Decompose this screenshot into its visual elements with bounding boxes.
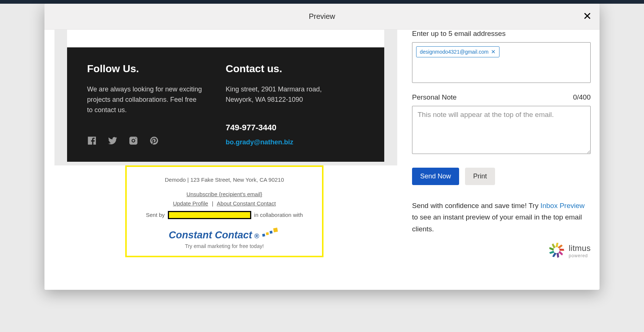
send-test-form: Enter up to 5 email addresses designmodo… (401, 30, 600, 290)
svg-rect-0 (262, 234, 265, 237)
email-white-top (67, 30, 384, 47)
email-preview-pane[interactable]: Follow Us. We are always looking for new… (44, 30, 401, 290)
litmus-sub: powered (569, 253, 591, 258)
modal-header: Preview (44, 4, 600, 30)
personal-note-textarea[interactable] (412, 106, 591, 154)
about-constant-contact-link[interactable]: About Constant Contact (217, 200, 276, 207)
footer-contact-col: Contact us. King street, 2901 Marmara ro… (226, 63, 364, 147)
close-icon[interactable] (583, 12, 591, 21)
social-row (87, 136, 226, 147)
email-addresses-label: Enter up to 5 email addresses (412, 30, 591, 38)
preview-modal: Preview Follow Us. We are always looking… (44, 4, 600, 290)
svg-rect-1 (266, 232, 269, 235)
registered-mark: ® (254, 232, 259, 240)
chip-remove-icon[interactable]: ✕ (491, 48, 496, 55)
litmus-text: litmus powered (569, 244, 591, 258)
update-profile-link[interactable]: Update Profile (173, 200, 208, 207)
follow-heading: Follow Us. (87, 63, 226, 75)
note-label-row: Personal Note 0/400 (412, 93, 591, 101)
promo-text-2: to see an instant preview of your email … (412, 213, 582, 232)
send-now-button[interactable]: Send Now (412, 168, 459, 185)
pinterest-icon[interactable] (149, 136, 159, 147)
redacted-sender (168, 211, 251, 219)
svg-rect-2 (269, 231, 272, 234)
cc-try-text[interactable]: Try email marketing for free today! (134, 243, 315, 249)
print-button[interactable]: Print (465, 168, 495, 185)
contact-address: King street, 2901 Marmara road, Newyork,… (226, 84, 329, 105)
follow-text: We are always looking for new exciting p… (87, 84, 202, 115)
email-chip-text: designmodo4321@gmail.com (420, 49, 488, 55)
collab-text: in collaboration with (254, 212, 303, 218)
action-buttons: Send Now Print (412, 168, 591, 185)
email-footer-block: Follow Us. We are always looking for new… (67, 47, 384, 162)
constant-contact-logo[interactable]: Constant Contact ® (134, 226, 315, 241)
cc-logo-icon (262, 226, 280, 240)
contact-phone: 749-977-3440 (226, 123, 364, 133)
inbox-preview-promo: Send with confidence and save time! Try … (412, 200, 591, 235)
cc-address: Demodo | 123 Fake Street, New York, CA 9… (134, 177, 315, 183)
footer-follow-col: Follow Us. We are always looking for new… (87, 63, 226, 147)
modal-title: Preview (309, 12, 335, 21)
personal-note-label: Personal Note (412, 93, 457, 101)
twitter-icon[interactable] (108, 136, 117, 147)
constant-contact-footer: Demodo | 123 Fake Street, New York, CA 9… (125, 165, 323, 257)
inbox-preview-link[interactable]: Inbox Preview (540, 202, 584, 209)
instagram-icon[interactable] (129, 136, 138, 147)
sent-by-prefix: Sent by (146, 212, 165, 218)
email-addresses-input[interactable]: designmodo4321@gmail.com ✕ (412, 42, 591, 83)
litmus-branding: litmus powered (412, 242, 591, 260)
email-chip: designmodo4321@gmail.com ✕ (416, 46, 499, 57)
unsubscribe-link[interactable]: Unsubscribe {recipient's email} (186, 191, 262, 197)
litmus-wheel-icon (548, 242, 565, 260)
separator: | (212, 200, 213, 207)
contact-email[interactable]: bo.grady@nathen.biz (226, 138, 364, 146)
cc-logo-text: Constant Contact (169, 229, 252, 241)
modal-overlay: Preview Follow Us. We are always looking… (0, 0, 644, 332)
svg-rect-3 (273, 228, 278, 232)
modal-body: Follow Us. We are always looking for new… (44, 30, 600, 290)
contact-heading: Contact us. (226, 63, 364, 75)
promo-text-1: Send with confidence and save time! Try (412, 202, 540, 209)
email-wrap: Follow Us. We are always looking for new… (54, 30, 397, 165)
email-content: Follow Us. We are always looking for new… (67, 30, 384, 162)
facebook-icon[interactable] (87, 136, 97, 147)
sent-by-row: Sent by in collaboration with (134, 211, 315, 219)
note-char-count: 0/400 (573, 93, 591, 101)
litmus-name: litmus (569, 244, 591, 253)
